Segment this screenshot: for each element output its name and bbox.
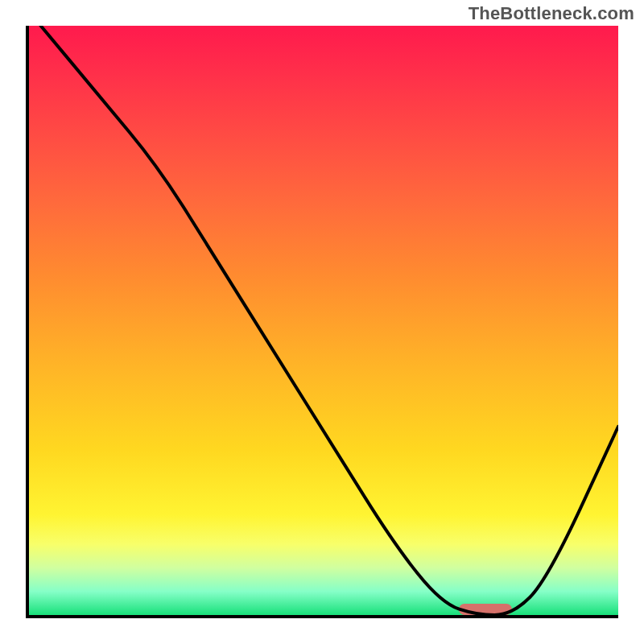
watermark-text: TheBottleneck.com <box>469 3 634 24</box>
curve-path <box>41 26 618 615</box>
plot-area <box>26 26 618 618</box>
chart-canvas: TheBottleneck.com <box>0 0 644 644</box>
bottleneck-curve <box>29 26 618 615</box>
